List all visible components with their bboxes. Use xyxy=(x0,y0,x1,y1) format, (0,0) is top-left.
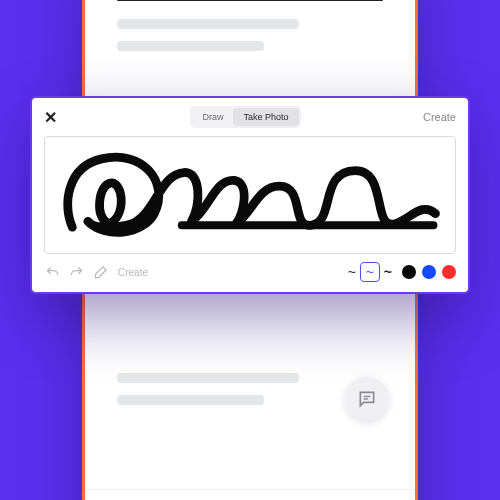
color-red[interactable] xyxy=(442,265,456,279)
stroke-thick-icon[interactable]: ~ xyxy=(384,264,392,280)
signature-stroke xyxy=(45,137,455,253)
redo-icon[interactable] xyxy=(68,264,84,280)
stroke-medium-icon[interactable]: ~ xyxy=(360,262,380,282)
signature-mode-tabs: Draw Take Photo xyxy=(190,106,300,128)
signature-canvas[interactable] xyxy=(44,136,456,254)
eraser-icon[interactable] xyxy=(92,264,108,280)
document-text-line xyxy=(117,41,264,51)
create-button-bottom[interactable]: Create xyxy=(118,267,148,278)
comment-button[interactable] xyxy=(345,377,389,421)
stroke-thin-icon[interactable]: ~ xyxy=(348,264,356,280)
close-icon[interactable]: ✕ xyxy=(44,108,68,127)
tab-take-photo[interactable]: Take Photo xyxy=(233,108,298,126)
color-blue[interactable] xyxy=(422,265,436,279)
document-text-line xyxy=(117,373,299,383)
color-black[interactable] xyxy=(402,265,416,279)
document-footer: Document 1 of 3 ••• xyxy=(85,489,415,500)
create-button-top[interactable]: Create xyxy=(423,111,456,123)
stroke-width-selector: ~ ~ ~ xyxy=(348,262,392,282)
document-text-line xyxy=(117,395,264,405)
document-rule xyxy=(117,0,383,1)
signature-panel: ✕ Draw Take Photo Create Create xyxy=(30,96,470,294)
document-text-line xyxy=(117,19,299,29)
undo-icon[interactable] xyxy=(44,264,60,280)
signature-tools-left: Create xyxy=(44,264,148,280)
tab-draw[interactable]: Draw xyxy=(192,108,233,126)
color-picker xyxy=(402,265,456,279)
